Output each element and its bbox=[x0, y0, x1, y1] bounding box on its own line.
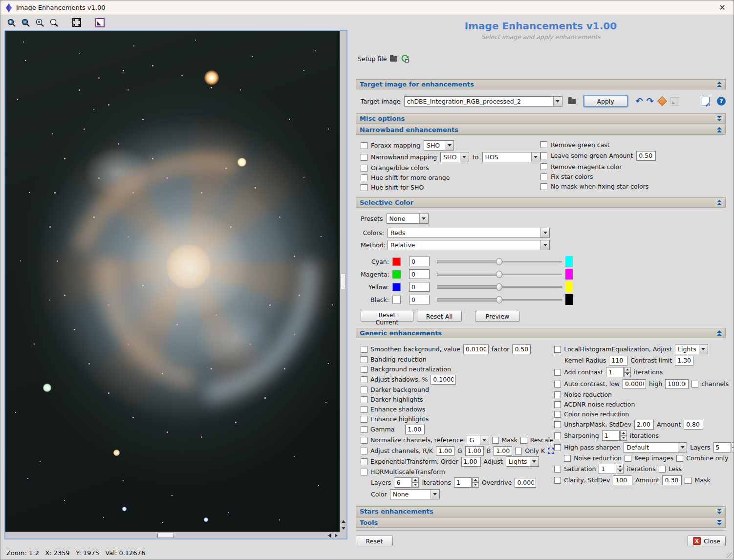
spin-up-icon[interactable] bbox=[620, 431, 627, 436]
foraxx-mapping-checkbox[interactable] bbox=[361, 142, 367, 149]
preview-button[interactable]: Preview bbox=[475, 311, 520, 322]
hdr-multiscale-checkbox[interactable] bbox=[361, 469, 367, 475]
leave-some-green-checkbox[interactable] bbox=[540, 152, 547, 159]
adjust-b-input[interactable] bbox=[494, 446, 512, 456]
fix-star-colors-checkbox[interactable] bbox=[540, 173, 547, 180]
saturation-spinner[interactable] bbox=[599, 464, 624, 474]
auto-contrast-low-input[interactable] bbox=[623, 379, 646, 389]
high-pass-sharpen-checkbox[interactable] bbox=[554, 444, 561, 451]
lhe-adjust-select[interactable]: Lights bbox=[675, 344, 708, 354]
yellow-slider[interactable] bbox=[437, 283, 562, 291]
clarity-amount-input[interactable] bbox=[662, 475, 682, 485]
target-browse-folder-icon[interactable] bbox=[568, 99, 576, 104]
vertical-scrollbar[interactable] bbox=[340, 31, 346, 532]
unsharp-mask-checkbox[interactable] bbox=[554, 421, 561, 428]
kernel-radius-input[interactable] bbox=[609, 356, 627, 366]
undo-icon[interactable]: ↶ bbox=[636, 97, 643, 106]
spin-down-icon[interactable] bbox=[732, 448, 734, 453]
hue-shift-sho-checkbox[interactable] bbox=[361, 184, 367, 191]
hdr-overdrive-input[interactable] bbox=[515, 478, 536, 488]
narrowband-mapping-from-select[interactable]: SHO bbox=[440, 152, 469, 162]
adjust-r-input[interactable] bbox=[436, 446, 454, 456]
setup-load-icon[interactable] bbox=[401, 54, 410, 63]
galaxy-image[interactable] bbox=[5, 31, 340, 532]
acdnr-checkbox[interactable] bbox=[554, 401, 561, 408]
hp-combine-only-checkbox[interactable] bbox=[676, 455, 683, 462]
remove-magenta-checkbox[interactable] bbox=[540, 163, 547, 170]
black-value-input[interactable] bbox=[409, 295, 430, 304]
smoothen-background-checkbox[interactable] bbox=[361, 346, 367, 353]
unsharp-stddev-input[interactable] bbox=[634, 420, 654, 430]
spin-up-icon[interactable] bbox=[617, 464, 624, 469]
vertical-scrollbar-thumb[interactable] bbox=[341, 274, 346, 289]
lhe-checkbox[interactable] bbox=[554, 346, 561, 353]
fit-view-icon[interactable] bbox=[72, 18, 82, 27]
slider-thumb[interactable] bbox=[496, 271, 502, 278]
resize-grip[interactable] bbox=[727, 553, 733, 559]
spin-down-icon[interactable] bbox=[620, 436, 627, 441]
gamma-input[interactable] bbox=[405, 425, 425, 434]
clarity-mask-checkbox[interactable] bbox=[685, 477, 691, 484]
reset-current-button[interactable]: Reset Current bbox=[361, 311, 413, 322]
apply-button[interactable]: Apply bbox=[584, 96, 627, 107]
spin-up-icon[interactable] bbox=[412, 477, 419, 483]
exponential-transform-checkbox[interactable] bbox=[361, 458, 367, 465]
magenta-slider[interactable] bbox=[437, 270, 562, 279]
noise-reduction-checkbox[interactable] bbox=[554, 391, 561, 398]
hp-noise-reduction-checkbox[interactable] bbox=[564, 455, 571, 462]
sharpening-checkbox[interactable] bbox=[554, 432, 561, 439]
only-k-checkbox[interactable] bbox=[515, 448, 522, 454]
colors-select[interactable]: Reds bbox=[388, 228, 550, 238]
smoothen-value-input[interactable] bbox=[463, 345, 489, 354]
contract-arrows-icon[interactable] bbox=[548, 448, 554, 454]
zoom-to-fit-icon[interactable] bbox=[49, 18, 59, 27]
presets-select[interactable]: None bbox=[387, 214, 429, 224]
enhance-highlights-checkbox[interactable] bbox=[361, 416, 367, 423]
add-contrast-checkbox[interactable] bbox=[554, 369, 561, 376]
section-bar-stars[interactable]: Stars enhancements bbox=[356, 506, 726, 517]
cyan-value-input[interactable] bbox=[409, 257, 430, 266]
target-image-select[interactable]: chDBE_Integration_RGB_processed_2 bbox=[404, 96, 562, 107]
section-bar-narrowband[interactable]: Narrowband enhancements bbox=[356, 125, 726, 135]
normalize-channels-checkbox[interactable] bbox=[361, 437, 367, 444]
enhance-shadows-checkbox[interactable] bbox=[361, 406, 367, 413]
saturation-checkbox[interactable] bbox=[554, 466, 561, 473]
spin-up-icon[interactable] bbox=[624, 367, 631, 372]
foraxx-mapping-select[interactable]: SHO bbox=[424, 140, 454, 151]
auto-contrast-checkbox[interactable] bbox=[554, 381, 561, 388]
adjust-g-input[interactable] bbox=[465, 446, 484, 456]
remove-green-cast-checkbox[interactable] bbox=[540, 141, 547, 148]
slider-thumb[interactable] bbox=[496, 296, 502, 303]
black-slider[interactable] bbox=[437, 296, 562, 304]
adjust-shadows-input[interactable] bbox=[431, 375, 456, 385]
auto-contrast-channels-checkbox[interactable] bbox=[691, 381, 698, 388]
hue-shift-orange-checkbox[interactable] bbox=[361, 174, 367, 181]
spin-up-icon[interactable] bbox=[732, 442, 734, 448]
leave-some-green-amount-input[interactable] bbox=[636, 151, 656, 161]
no-mask-star-colors-checkbox[interactable] bbox=[540, 183, 547, 190]
gamma-checkbox[interactable] bbox=[361, 426, 367, 433]
spin-up-icon[interactable] bbox=[472, 477, 479, 483]
zoom-one-to-one-icon[interactable] bbox=[35, 18, 44, 27]
exp-order-input[interactable] bbox=[461, 457, 481, 467]
spin-down-icon[interactable] bbox=[412, 483, 419, 488]
normalize-mask-checkbox[interactable] bbox=[492, 437, 499, 444]
stf-autostretch-icon[interactable] bbox=[95, 18, 105, 27]
sharpening-spinner[interactable] bbox=[602, 431, 627, 441]
hdr-color-select[interactable]: None bbox=[390, 489, 440, 499]
normalize-rescale-checkbox[interactable] bbox=[520, 437, 527, 444]
help-icon[interactable]: ? bbox=[717, 97, 726, 106]
clarity-stddev-input[interactable] bbox=[613, 475, 632, 485]
narrowband-mapping-checkbox[interactable] bbox=[361, 154, 367, 161]
darker-highlights-checkbox[interactable] bbox=[361, 396, 367, 403]
section-bar-tools[interactable]: Tools bbox=[356, 517, 726, 528]
magenta-value-input[interactable] bbox=[409, 269, 430, 279]
clarity-checkbox[interactable] bbox=[554, 477, 561, 484]
auto-contrast-high-input[interactable] bbox=[665, 379, 689, 389]
cyan-slider[interactable] bbox=[437, 258, 562, 266]
horizontal-scrollbar-thumb[interactable] bbox=[157, 533, 174, 538]
new-instance-icon[interactable] bbox=[702, 97, 710, 106]
redo-icon[interactable]: ↷ bbox=[647, 97, 654, 106]
yellow-value-input[interactable] bbox=[409, 282, 430, 292]
normalize-reference-select[interactable]: G bbox=[467, 435, 489, 445]
